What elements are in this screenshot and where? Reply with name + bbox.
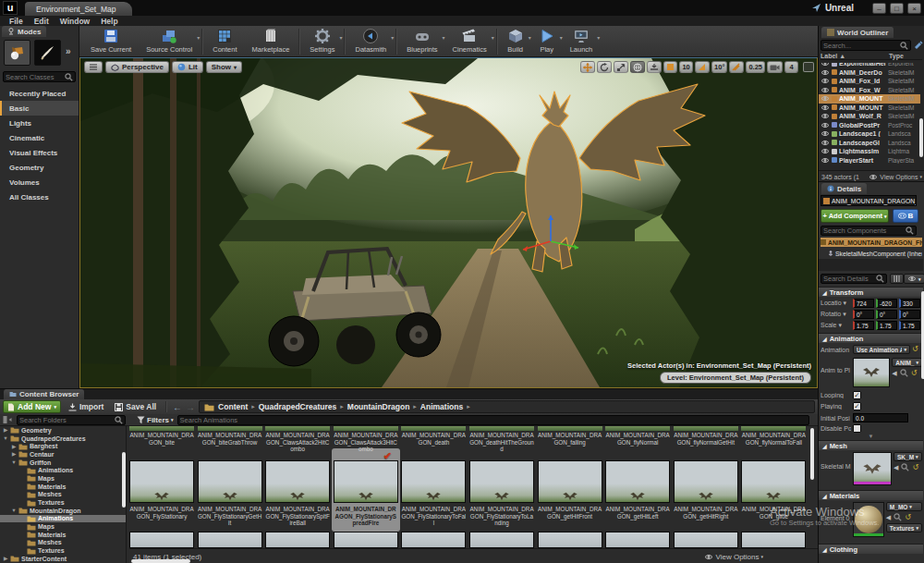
asset-label[interactable]: ANIM_MOUNTAIN_DRAGON_biteGrabThrow (198, 432, 262, 458)
tree-scrollbar[interactable] (122, 452, 126, 508)
transform-section-header[interactable]: ◢Transform (819, 287, 923, 297)
menu-help[interactable]: Help (95, 17, 123, 26)
modes-category-geometry[interactable]: Geometry (0, 160, 79, 175)
outliner-row[interactable]: ANIM_MOUNTSkeletalM (819, 104, 920, 113)
asset-label[interactable]: ANIM_MOUNTAIN_DRAGON_flyNormalToFall (741, 432, 806, 458)
asset-label[interactable]: ANIM_MOUNTAIN_DRAGON_ClawsAttack2HitComb… (265, 432, 330, 458)
outliner-view-options[interactable]: View Options▾ (869, 174, 922, 180)
animation-mode-dropdown[interactable]: Use Animation A▾ (853, 345, 910, 354)
breadcrumb-animations[interactable]: Animations (420, 402, 463, 411)
mesh-section-header[interactable]: ◢Mesh (819, 440, 923, 450)
playing-checkbox[interactable]: ✓ (853, 402, 861, 410)
tree-item-mountaindragon[interactable]: ▼MountainDragon (0, 507, 126, 515)
clothing-section-header[interactable]: ◢Clothing (819, 544, 923, 554)
axis-field[interactable]: -620 (876, 299, 897, 308)
asset-thumbnail[interactable] (129, 532, 194, 548)
toolbar-launch[interactable]: ▾Launch (563, 27, 601, 56)
asset-thumbnail[interactable] (469, 532, 534, 548)
outliner-row[interactable]: ANIM_Fox_IdSkeletalM (819, 77, 920, 86)
outliner-search-input[interactable] (823, 42, 900, 50)
paint-mode-button[interactable] (34, 40, 61, 66)
camera-speed-value[interactable]: 4 (784, 61, 798, 73)
content-browser-tab[interactable]: Content Browser (4, 389, 84, 399)
component-root-row[interactable]: ANIM_MOUNTAIN_DRAGON_FlySta (821, 238, 922, 247)
visibility-eye-icon[interactable] (821, 95, 830, 102)
asset-thumbnail[interactable] (198, 460, 262, 503)
filters-button[interactable]: Filters▾ (137, 416, 174, 424)
textures-dropdown[interactable]: Textures▾ (886, 523, 922, 532)
asset-thumbnail[interactable] (198, 532, 262, 548)
visibility-eye-icon[interactable] (821, 157, 830, 164)
details-columns-button[interactable] (890, 274, 904, 284)
material-dropdown[interactable]: M_MO▾ (886, 502, 922, 511)
outliner-row[interactable]: LandscapeGlLandsca (819, 139, 920, 148)
viewport-options-button[interactable] (84, 61, 103, 73)
outliner-scrollbar[interactable] (919, 118, 923, 157)
material-thumbnail[interactable] (853, 502, 884, 537)
asset-thumbnail[interactable] (334, 426, 398, 431)
asset-label[interactable]: ANIM_MOUNTAIN_DRAGON_death (401, 432, 466, 458)
surface-snap-button[interactable] (647, 61, 662, 73)
scale-label[interactable]: Scale ▾ (821, 322, 851, 329)
asset-label[interactable]: ANIM_MOUNTAIN_DRAGON_flyNormalGetHit (674, 432, 738, 458)
asset-thumbnail[interactable] (469, 426, 534, 431)
edit-blueprint-button[interactable]: B (893, 209, 918, 223)
tree-item-centaur[interactable]: ▶Centaur (0, 450, 126, 459)
viewport-maximize-button[interactable] (803, 62, 814, 72)
dropdown-arrow-icon[interactable]: ▾ (197, 34, 200, 41)
visibility-eye-icon[interactable] (821, 130, 830, 137)
browse-icon[interactable] (894, 513, 902, 521)
axis-field[interactable]: 1.75 (876, 321, 897, 330)
asset-thumbnail[interactable] (401, 426, 466, 431)
reset-anim-icon[interactable]: ↺ (911, 370, 918, 377)
breadcrumb-quadrapedcreatures[interactable]: QuadrapedCreatures (259, 402, 337, 411)
axis-field[interactable]: 0° (876, 310, 897, 319)
toolbar-cinematics[interactable]: ▾Cinematics (445, 27, 494, 56)
modes-expand-chevron[interactable]: » (66, 46, 71, 56)
menu-window[interactable]: Window (55, 17, 96, 26)
skeletal-mesh-thumbnail[interactable] (853, 452, 892, 485)
forward-button[interactable]: → (186, 402, 195, 412)
use-selected-icon[interactable]: ◀ (894, 464, 898, 471)
modes-category-recently-placed[interactable]: Recently Placed (0, 86, 79, 101)
tree-item-materials[interactable]: Materials (0, 531, 126, 539)
outliner-row[interactable]: ANIM_MOUNTSkeletalM (819, 94, 920, 104)
maximize-button[interactable]: □ (890, 3, 904, 14)
asset-thumbnail[interactable] (538, 426, 602, 431)
rotate-tool-button[interactable] (597, 61, 612, 73)
toolbar-content[interactable]: Content (205, 27, 244, 56)
rotation-label[interactable]: Rotatio ▾ (821, 311, 851, 318)
asset-label[interactable]: ANIM_MOUNTAIN_DRAGON_deathHitTheGround (469, 432, 534, 458)
tree-item-maps[interactable]: Maps (0, 522, 126, 531)
tree-arrow-icon[interactable]: ▼ (11, 459, 17, 465)
tree-item-startercontent[interactable]: ▶StarterContent (0, 555, 126, 563)
asset-thumbnail[interactable] (469, 460, 534, 503)
scale-tool-button[interactable] (614, 61, 628, 73)
rotation-snap-toggle[interactable] (695, 61, 710, 73)
tree-arrow-icon[interactable]: ▼ (3, 435, 8, 441)
tree-item-maps[interactable]: Maps (0, 474, 126, 483)
tree-item-barghest[interactable]: ▶Barghest (0, 442, 126, 450)
toolbar-settings[interactable]: ▾Settings (302, 27, 342, 56)
outliner-row[interactable]: ANIM_Fox_WSkeletalM (819, 86, 920, 95)
move-tool-button[interactable] (580, 61, 595, 73)
asset-thumbnail[interactable] (401, 460, 466, 503)
scale-snap-toggle[interactable] (729, 61, 744, 73)
asset-thumbnail[interactable] (605, 426, 670, 431)
visibility-eye-icon[interactable] (821, 63, 830, 67)
asset-thumbnail[interactable] (605, 532, 670, 548)
toolbar-source-control[interactable]: ▾Source Control (139, 27, 200, 56)
save-all-button[interactable]: Save All (111, 400, 160, 413)
outliner-row[interactable]: LightmassImLightma (819, 147, 920, 156)
animation-section-header[interactable]: ◢Animation (819, 333, 923, 343)
dropdown-arrow-icon[interactable]: ▾ (492, 34, 494, 41)
menu-file[interactable]: File (4, 17, 29, 26)
breadcrumb-content[interactable]: Content (218, 402, 248, 411)
tree-item-griffon[interactable]: ▼Griffon (0, 459, 126, 467)
tree-item-quadrapedcreatures[interactable]: ▼QuadrapedCreatures (0, 434, 126, 443)
dropdown-arrow-icon[interactable]: ▾ (597, 34, 600, 41)
asset-label[interactable]: ANIM_MOUNTAIN_DRAGON_getHitRight (674, 506, 738, 530)
search-folders-input[interactable] (19, 416, 115, 424)
modes-tab[interactable]: Modes (2, 26, 46, 37)
tree-item-materials[interactable]: Materials (0, 483, 126, 491)
